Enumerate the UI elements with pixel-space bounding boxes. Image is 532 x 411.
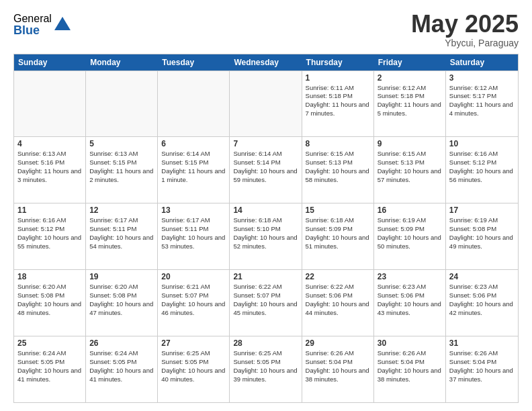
- page: General Blue May 2025 Ybycui, Paraguay S…: [0, 0, 532, 411]
- cal-cell: 25Sunrise: 6:24 AMSunset: 5:05 PMDayligh…: [14, 336, 86, 402]
- calendar-header: SundayMondayTuesdayWednesdayThursdayFrid…: [14, 54, 518, 71]
- day-number: 28: [233, 338, 298, 348]
- cal-cell: 10Sunrise: 6:16 AMSunset: 5:12 PMDayligh…: [446, 137, 518, 203]
- logo-general: General: [13, 13, 52, 24]
- day-info: Sunrise: 6:14 AMSunset: 5:15 PMDaylight:…: [161, 150, 226, 184]
- cal-week-5: 25Sunrise: 6:24 AMSunset: 5:05 PMDayligh…: [14, 336, 518, 402]
- day-info: Sunrise: 6:24 AMSunset: 5:05 PMDaylight:…: [89, 349, 154, 383]
- day-info: Sunrise: 6:25 AMSunset: 5:05 PMDaylight:…: [233, 349, 298, 383]
- day-info: Sunrise: 6:19 AMSunset: 5:08 PMDaylight:…: [449, 216, 515, 250]
- day-number: 29: [306, 338, 370, 348]
- cal-cell: 27Sunrise: 6:25 AMSunset: 5:05 PMDayligh…: [158, 336, 230, 402]
- cal-cell: 3Sunrise: 6:12 AMSunset: 5:17 PMDaylight…: [446, 71, 518, 137]
- cal-cell: 26Sunrise: 6:24 AMSunset: 5:05 PMDayligh…: [86, 336, 158, 402]
- cal-cell: 15Sunrise: 6:18 AMSunset: 5:09 PMDayligh…: [302, 203, 374, 269]
- header-day-friday: Friday: [374, 54, 446, 71]
- cal-cell: 16Sunrise: 6:19 AMSunset: 5:09 PMDayligh…: [374, 203, 446, 269]
- day-info: Sunrise: 6:23 AMSunset: 5:06 PMDaylight:…: [378, 283, 442, 317]
- cal-cell: 14Sunrise: 6:18 AMSunset: 5:10 PMDayligh…: [230, 203, 302, 269]
- logo: General Blue: [13, 13, 72, 36]
- day-info: Sunrise: 6:16 AMSunset: 5:12 PMDaylight:…: [449, 150, 515, 184]
- cal-cell: 21Sunrise: 6:22 AMSunset: 5:07 PMDayligh…: [230, 270, 302, 336]
- cal-cell: 20Sunrise: 6:21 AMSunset: 5:07 PMDayligh…: [158, 270, 230, 336]
- day-number: 10: [449, 139, 515, 148]
- day-number: 24: [449, 272, 515, 281]
- day-number: 15: [306, 205, 370, 215]
- svg-marker-0: [54, 17, 71, 30]
- cal-cell: 22Sunrise: 6:22 AMSunset: 5:06 PMDayligh…: [302, 270, 374, 336]
- day-number: 14: [233, 205, 298, 215]
- calendar-body: 1Sunrise: 6:11 AMSunset: 5:18 PMDaylight…: [14, 71, 518, 402]
- subtitle: Ybycui, Paraguay: [411, 38, 519, 48]
- day-info: Sunrise: 6:11 AMSunset: 5:18 PMDaylight:…: [306, 84, 370, 118]
- cal-cell: 13Sunrise: 6:17 AMSunset: 5:11 PMDayligh…: [158, 203, 230, 269]
- cal-week-3: 11Sunrise: 6:16 AMSunset: 5:12 PMDayligh…: [14, 203, 518, 269]
- day-info: Sunrise: 6:24 AMSunset: 5:05 PMDaylight:…: [17, 349, 82, 383]
- day-info: Sunrise: 6:22 AMSunset: 5:06 PMDaylight:…: [306, 283, 370, 317]
- day-info: Sunrise: 6:18 AMSunset: 5:10 PMDaylight:…: [233, 216, 298, 250]
- cal-cell: 4Sunrise: 6:13 AMSunset: 5:16 PMDaylight…: [14, 137, 86, 203]
- header-day-sunday: Sunday: [14, 54, 86, 71]
- month-title: May 2025: [411, 11, 519, 38]
- day-number: 9: [378, 139, 442, 148]
- day-number: 30: [378, 338, 442, 348]
- day-info: Sunrise: 6:15 AMSunset: 5:13 PMDaylight:…: [306, 150, 370, 184]
- day-info: Sunrise: 6:13 AMSunset: 5:16 PMDaylight:…: [17, 150, 82, 184]
- day-info: Sunrise: 6:12 AMSunset: 5:18 PMDaylight:…: [378, 84, 442, 118]
- cal-cell: 29Sunrise: 6:26 AMSunset: 5:04 PMDayligh…: [302, 336, 374, 402]
- cal-cell: 1Sunrise: 6:11 AMSunset: 5:18 PMDaylight…: [302, 71, 374, 137]
- day-info: Sunrise: 6:23 AMSunset: 5:06 PMDaylight:…: [449, 283, 515, 317]
- cal-cell: 28Sunrise: 6:25 AMSunset: 5:05 PMDayligh…: [230, 336, 302, 402]
- day-number: 19: [89, 272, 154, 281]
- header-day-saturday: Saturday: [446, 54, 518, 71]
- day-number: 27: [161, 338, 226, 348]
- cal-cell: 12Sunrise: 6:17 AMSunset: 5:11 PMDayligh…: [86, 203, 158, 269]
- day-info: Sunrise: 6:26 AMSunset: 5:04 PMDaylight:…: [378, 349, 442, 383]
- logo-text: General Blue: [13, 13, 52, 36]
- day-info: Sunrise: 6:18 AMSunset: 5:09 PMDaylight:…: [306, 216, 370, 250]
- cal-cell: 18Sunrise: 6:20 AMSunset: 5:08 PMDayligh…: [14, 270, 86, 336]
- day-number: 23: [378, 272, 442, 281]
- day-number: 25: [17, 338, 82, 348]
- day-info: Sunrise: 6:16 AMSunset: 5:12 PMDaylight:…: [17, 216, 82, 250]
- day-number: 20: [161, 272, 226, 281]
- cal-cell: 9Sunrise: 6:15 AMSunset: 5:13 PMDaylight…: [374, 137, 446, 203]
- day-info: Sunrise: 6:12 AMSunset: 5:17 PMDaylight:…: [449, 84, 515, 118]
- cal-week-1: 1Sunrise: 6:11 AMSunset: 5:18 PMDaylight…: [14, 71, 518, 137]
- title-block: May 2025 Ybycui, Paraguay: [411, 11, 519, 48]
- cal-cell: 24Sunrise: 6:23 AMSunset: 5:06 PMDayligh…: [446, 270, 518, 336]
- day-info: Sunrise: 6:15 AMSunset: 5:13 PMDaylight:…: [378, 150, 442, 184]
- day-number: 12: [89, 205, 154, 215]
- day-info: Sunrise: 6:17 AMSunset: 5:11 PMDaylight:…: [161, 216, 226, 250]
- cal-cell: 19Sunrise: 6:20 AMSunset: 5:08 PMDayligh…: [86, 270, 158, 336]
- cal-cell: [230, 71, 302, 137]
- cal-week-4: 18Sunrise: 6:20 AMSunset: 5:08 PMDayligh…: [14, 269, 518, 336]
- cal-cell: 6Sunrise: 6:14 AMSunset: 5:15 PMDaylight…: [158, 137, 230, 203]
- day-number: 17: [449, 205, 515, 215]
- cal-cell: [14, 71, 86, 137]
- cal-cell: 2Sunrise: 6:12 AMSunset: 5:18 PMDaylight…: [374, 71, 446, 137]
- day-number: 22: [306, 272, 370, 281]
- day-number: 4: [17, 139, 82, 148]
- day-number: 26: [89, 338, 154, 348]
- day-number: 8: [306, 139, 370, 148]
- day-number: 16: [378, 205, 442, 215]
- day-info: Sunrise: 6:21 AMSunset: 5:07 PMDaylight:…: [161, 283, 226, 317]
- cal-cell: 31Sunrise: 6:26 AMSunset: 5:04 PMDayligh…: [446, 336, 518, 402]
- day-number: 7: [233, 139, 298, 148]
- day-number: 21: [233, 272, 298, 281]
- cal-cell: 23Sunrise: 6:23 AMSunset: 5:06 PMDayligh…: [374, 270, 446, 336]
- cal-cell: [86, 71, 158, 137]
- calendar: SundayMondayTuesdayWednesdayThursdayFrid…: [13, 54, 519, 403]
- day-info: Sunrise: 6:20 AMSunset: 5:08 PMDaylight:…: [89, 283, 154, 317]
- day-info: Sunrise: 6:14 AMSunset: 5:14 PMDaylight:…: [233, 150, 298, 184]
- cal-cell: 11Sunrise: 6:16 AMSunset: 5:12 PMDayligh…: [14, 203, 86, 269]
- day-number: 1: [306, 73, 370, 83]
- day-number: 13: [161, 205, 226, 215]
- day-info: Sunrise: 6:19 AMSunset: 5:09 PMDaylight:…: [378, 216, 442, 250]
- day-info: Sunrise: 6:26 AMSunset: 5:04 PMDaylight:…: [449, 349, 515, 383]
- cal-cell: 17Sunrise: 6:19 AMSunset: 5:08 PMDayligh…: [446, 203, 518, 269]
- day-info: Sunrise: 6:20 AMSunset: 5:08 PMDaylight:…: [17, 283, 82, 317]
- day-number: 31: [449, 338, 515, 348]
- header: General Blue May 2025 Ybycui, Paraguay: [13, 11, 519, 48]
